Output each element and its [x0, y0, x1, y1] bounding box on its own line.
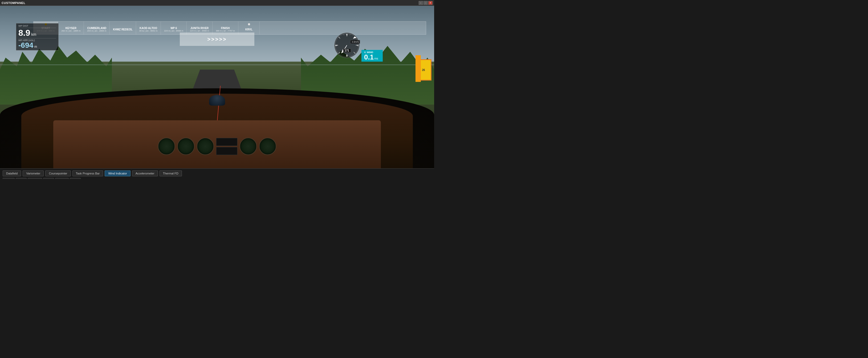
waypoint-khmz: KHMZ REDEOL	[110, 22, 136, 34]
minimize-button[interactable]: −	[419, 1, 423, 5]
wp-name-junita: JUNITA RIVER	[190, 27, 209, 30]
instrument-1	[158, 138, 175, 155]
wp-dist-unit: km	[31, 32, 36, 36]
waypoint-kaod: KAOD ALTOO 39 kz | arr. -5652 m	[136, 22, 161, 34]
compass-label-w: W	[335, 44, 337, 47]
close-button[interactable]: ✕	[428, 1, 433, 5]
waypoint-keyser: KEYSER 262 m | arr. -1885 m	[58, 22, 84, 34]
vwind-value: 0.1	[364, 54, 374, 60]
wp-name-keyser: KEYSER	[65, 27, 76, 30]
svg-line-8	[339, 52, 340, 54]
panel-btn-thermal-fd[interactable]: Thermal FD	[159, 170, 182, 176]
action-btn-task[interactable]: Task	[3, 178, 14, 179]
airport-sign-post	[415, 55, 421, 82]
waypoint-wp6: WP 6 224 m | arr. -6598 m	[161, 22, 187, 34]
instrument-2	[177, 138, 195, 155]
panel-btn-wind-indicator[interactable]: Wind Indicator	[105, 170, 130, 176]
wp-dist-value: 8.9	[19, 29, 30, 37]
panel-btn-task-progress[interactable]: Task Progress Bar	[72, 170, 103, 176]
toolbar-panels-row: Datafield Variometer Coursepointer Task …	[0, 169, 434, 177]
wp-name-kaod: KAOD ALTOO	[140, 27, 157, 30]
wp-info-wp6: 224 m | arr. -6598 m	[164, 30, 183, 32]
instrument-5	[259, 138, 276, 155]
title-bar: CUSTOMPANEL − □ ✕	[0, 0, 434, 6]
waypoint-junita: JUNITA RIVER 224 m | arr. -6598 m	[187, 22, 213, 34]
panel-btn-coursepointer[interactable]: Coursepointer	[45, 170, 70, 176]
wp-arr-unit: m	[34, 45, 37, 49]
instrument-3	[197, 138, 214, 155]
wp-name-krvl: KRVL	[245, 28, 252, 31]
wp-info-cumberland: 204 m | arr. -2806 m	[87, 30, 106, 32]
bottom-bar: Datafield Variometer Coursepointer Task …	[0, 168, 434, 179]
nose-cone	[209, 95, 225, 106]
waypoint-krvl: KRVL	[238, 22, 260, 34]
wp-info-finish: 388 m | arr. -7757 m	[216, 30, 235, 32]
panel-btn-variometer[interactable]: Variometer	[23, 170, 44, 176]
svg-line-10	[350, 34, 350, 36]
action-btn-config[interactable]: Config	[28, 178, 42, 179]
wind-dir-value: 171	[345, 49, 349, 52]
svg-line-11	[344, 34, 344, 36]
panel-btn-datafield[interactable]: Datafield	[3, 170, 21, 176]
horizon-line	[0, 64, 434, 65]
instruments	[158, 138, 276, 155]
instrument-4	[240, 138, 257, 155]
svg-line-7	[354, 52, 355, 54]
wp-dist-header: WP DIST	[19, 25, 56, 28]
wp-arr-value: -694	[19, 42, 33, 49]
compass-label-n: N	[346, 33, 348, 36]
vwind-panel: V. WIND 0.1 ms	[362, 50, 383, 62]
wp-name-khmz: KHMZ REDEOL	[113, 28, 132, 31]
wind-dir-box: 171	[343, 49, 351, 53]
wp-info-kaod: 39 kz | arr. -5652 m	[139, 30, 158, 32]
compass-label-s: M	[346, 55, 348, 57]
wind-speed-value: 3.6	[351, 40, 355, 43]
wind-indicator-panel: N M E W 3.6m/s 171	[334, 32, 360, 58]
wp-info-junita: 224 m | arr. -6598 m	[190, 30, 209, 32]
wp-name-cumberland: CUMBERLAND	[87, 27, 106, 30]
wp-name-finish: FINISH	[221, 27, 230, 30]
panel-btn-accelerometer[interactable]: Accelerometer	[132, 170, 158, 176]
progress-arrows: >>>>>	[207, 36, 227, 43]
wind-speed-unit: m/s	[355, 40, 359, 43]
app-title: CUSTOMPANEL	[2, 1, 25, 4]
maximize-button[interactable]: □	[424, 1, 428, 5]
svg-line-6	[339, 37, 340, 38]
cockpit-dash	[53, 120, 381, 168]
wp-dot-krvl	[248, 23, 250, 25]
wp-info-keyser: 262 m | arr. -1885 m	[61, 30, 81, 32]
waypoint-finish: FINISH 388 m | arr. -7757 m	[213, 22, 238, 34]
wind-compass: N M E W 3.6m/s 171	[334, 32, 360, 58]
wind-speed-box: 3.6m/s	[350, 40, 360, 44]
compass-ticks-svg	[334, 32, 360, 58]
action-btn-add[interactable]: Add	[70, 178, 81, 179]
wp-distance-panel: WP DIST 8.9 km WP ARR (AGL) -694 m	[16, 23, 59, 50]
action-btn-edit[interactable]: Edit	[43, 178, 54, 179]
vwind-unit: ms	[374, 57, 378, 60]
instrument-rect-1	[216, 138, 238, 146]
waypoint-cumberland: CUMBERLAND 204 m | arr. -2806 m	[84, 22, 110, 34]
instrument-rect-2	[216, 147, 238, 155]
window-controls: − □ ✕	[419, 1, 433, 5]
compass-label-e: E	[358, 44, 359, 47]
task-bar: START 679 m | arr. -694 m KEYSER 262 m |…	[33, 21, 426, 35]
instrument-group-right	[216, 138, 238, 155]
action-btn-nav[interactable]: Nav	[16, 178, 27, 179]
sim-area: R 26 >>>>> START 679 m | arr. -694 m KEY…	[0, 6, 434, 168]
toolbar-actions-row: Task Nav Config Edit Reset Add	[0, 177, 434, 179]
wp-name-wp6: WP 6	[170, 27, 177, 30]
action-btn-reset[interactable]: Reset	[55, 178, 69, 179]
